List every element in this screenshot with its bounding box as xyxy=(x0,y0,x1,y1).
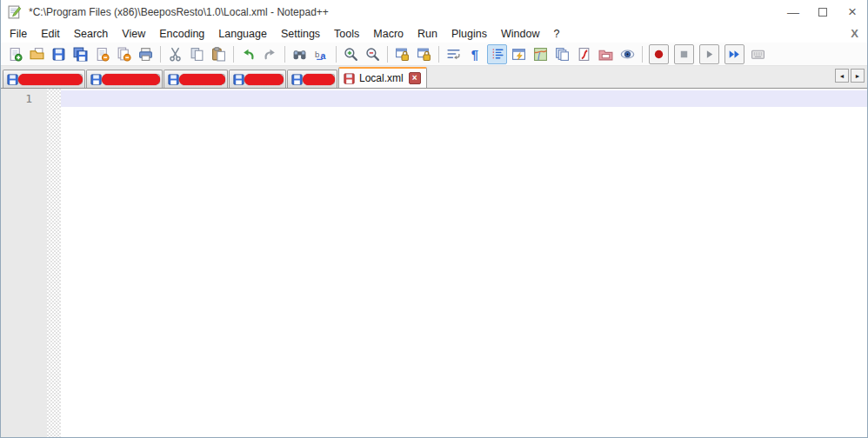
redo-button[interactable] xyxy=(260,44,280,64)
show-all-characters-button[interactable]: ¶ xyxy=(465,44,485,64)
copy-button[interactable] xyxy=(187,44,207,64)
macro-run-multiple-button[interactable] xyxy=(724,44,744,64)
maximize-button[interactable] xyxy=(808,0,838,24)
window-title: *C:\Program Files (x86)\BeeposResto\1.0\… xyxy=(29,6,329,18)
macro-play-icon xyxy=(702,47,717,62)
minimize-icon: — xyxy=(787,5,799,19)
zoom-in-button[interactable] xyxy=(341,44,361,64)
replace-button[interactable]: ba xyxy=(311,44,331,64)
menu-help[interactable]: ? xyxy=(546,26,566,42)
close-button[interactable]: × xyxy=(838,0,867,24)
line-number: 1 xyxy=(1,90,32,107)
document-list-icon xyxy=(555,47,570,62)
notepad-plus-plus-window: *C:\Program Files (x86)\BeeposResto\1.0\… xyxy=(0,0,868,438)
minimize-button[interactable]: — xyxy=(778,0,808,24)
menu-bar: FileEditSearchViewEncodingLanguageSettin… xyxy=(1,24,867,43)
redaction-mark xyxy=(303,74,335,85)
monitoring-button[interactable] xyxy=(618,44,638,64)
replace-icon: ba xyxy=(314,47,329,62)
notepad-plus-plus-icon xyxy=(8,5,23,20)
tab-redacted-2[interactable]: × xyxy=(86,70,163,88)
save-all-icon xyxy=(73,47,88,62)
word-wrap-button[interactable] xyxy=(444,44,464,64)
close-all-icon xyxy=(117,47,131,62)
document-map-button[interactable] xyxy=(531,44,551,64)
tab-scrollers: ◄ ► xyxy=(835,69,865,83)
folder-as-workspace-icon xyxy=(577,47,591,62)
monitoring-icon xyxy=(620,47,635,62)
tab-redacted-4[interactable]: × xyxy=(229,70,286,88)
tab-redacted-1[interactable]: × xyxy=(3,70,85,88)
save-file-button[interactable] xyxy=(49,44,69,64)
scroll-right-icon: ► xyxy=(855,73,861,79)
close-file-button[interactable] xyxy=(92,44,112,64)
menu-run[interactable]: Run xyxy=(411,26,444,42)
scroll-left-icon: ◄ xyxy=(839,73,845,79)
tab-close-button[interactable]: × xyxy=(409,72,421,84)
word-wrap-icon xyxy=(446,47,461,62)
macro-save-icon xyxy=(751,47,765,62)
show-indent-guide-icon xyxy=(490,47,504,62)
print-icon xyxy=(138,47,153,62)
paste-icon xyxy=(211,47,226,62)
tab-local-xml[interactable]: Local.xml× xyxy=(338,67,427,88)
macro-run-multiple-icon xyxy=(727,47,742,62)
macro-record-icon xyxy=(651,47,666,62)
new-file-icon xyxy=(8,47,23,62)
svg-text:b: b xyxy=(315,49,319,58)
menu-language[interactable]: Language xyxy=(211,26,274,42)
undo-icon xyxy=(241,47,256,62)
macro-stop-button[interactable] xyxy=(674,44,694,64)
folder-as-workspace-button[interactable] xyxy=(574,44,594,64)
line-number-gutter: 1 xyxy=(1,89,47,437)
macro-record-button[interactable] xyxy=(649,44,669,64)
saved-file-icon xyxy=(232,73,245,86)
menu-view[interactable]: View xyxy=(115,26,152,42)
window-controls: — × xyxy=(778,0,867,24)
menu-window[interactable]: Window xyxy=(494,26,546,42)
toolbar: ba¶ xyxy=(1,43,867,66)
toolbar-separator xyxy=(160,46,161,63)
undo-button[interactable] xyxy=(238,44,258,64)
show-indent-guide-button[interactable] xyxy=(487,44,507,64)
close-all-button[interactable] xyxy=(114,44,134,64)
menu-settings[interactable]: Settings xyxy=(274,26,327,42)
sync-vertical-scroll-button[interactable] xyxy=(392,44,412,64)
close-file-icon xyxy=(95,47,110,62)
new-file-button[interactable] xyxy=(5,44,25,64)
menu-tools[interactable]: Tools xyxy=(327,26,366,42)
menu-encoding[interactable]: Encoding xyxy=(152,26,211,42)
open-file-button[interactable] xyxy=(27,44,47,64)
find-button[interactable] xyxy=(290,44,310,64)
menubar-close-document-button[interactable]: X xyxy=(851,27,858,40)
fold-margin xyxy=(47,89,61,437)
svg-text:¶: ¶ xyxy=(471,47,478,61)
menu-macro[interactable]: Macro xyxy=(366,26,411,42)
toolbar-separator xyxy=(387,46,388,63)
project-panel-button[interactable] xyxy=(596,44,616,64)
zoom-out-button[interactable] xyxy=(363,44,383,64)
tab-scroll-left-button[interactable]: ◄ xyxy=(835,69,849,83)
macro-play-button[interactable] xyxy=(699,44,719,64)
save-all-button[interactable] xyxy=(70,44,90,64)
title-bar: *C:\Program Files (x86)\BeeposResto\1.0\… xyxy=(1,0,867,24)
print-button[interactable] xyxy=(136,44,156,64)
tab-redacted-5[interactable]: × xyxy=(287,70,337,88)
menu-search[interactable]: Search xyxy=(67,26,116,42)
function-list-button[interactable] xyxy=(509,44,529,64)
tab-label: Local.xml xyxy=(359,72,404,84)
text-editing-surface[interactable] xyxy=(61,89,867,437)
document-list-button[interactable] xyxy=(552,44,572,64)
menu-plugins[interactable]: Plugins xyxy=(444,26,494,42)
redaction-mark xyxy=(102,74,160,85)
tab-scroll-right-button[interactable]: ► xyxy=(851,69,865,83)
sync-horizontal-scroll-button[interactable] xyxy=(414,44,434,64)
tab-bar: ×××××Local.xml× ◄ ► xyxy=(1,66,867,88)
macro-save-button[interactable] xyxy=(748,44,768,64)
menu-file[interactable]: File xyxy=(3,26,34,42)
menu-edit[interactable]: Edit xyxy=(34,26,67,42)
macro-stop-icon xyxy=(677,47,691,62)
tab-redacted-3[interactable]: × xyxy=(164,70,228,88)
cut-button[interactable] xyxy=(165,44,185,64)
paste-button[interactable] xyxy=(209,44,229,64)
